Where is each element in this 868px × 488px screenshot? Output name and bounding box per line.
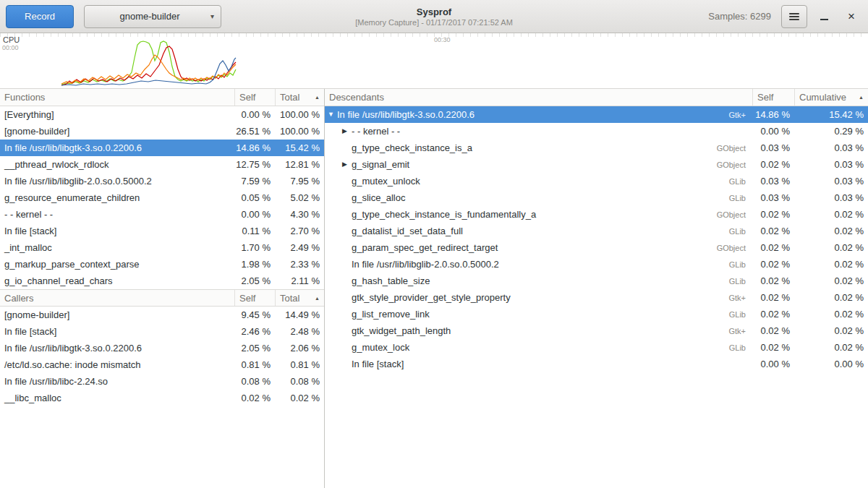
functions-self-column-header[interactable]: Self <box>234 89 275 106</box>
descendant-name-cell: ▼In file /usr/lib/libgtk-3.so.0.2200.6Gt… <box>325 106 752 123</box>
function-row[interactable]: _int_malloc1.70 %2.49 % <box>0 239 324 256</box>
function-row[interactable]: [gnome-builder]26.51 %100.00 % <box>0 123 324 140</box>
caller-row[interactable]: In file /usr/lib/libgtk-3.so.0.2200.62.0… <box>0 340 324 356</box>
descendant-name-cell: g_list_remove_linkGLib <box>325 309 752 320</box>
close-button[interactable]: × <box>841 6 862 27</box>
function-row[interactable]: g_resource_enumerate_children0.05 %5.02 … <box>0 189 324 206</box>
descendant-row[interactable]: g_mutex_unlockGLib0.03 %0.03 % <box>325 173 868 189</box>
descendant-name: g_slice_alloc <box>352 192 405 203</box>
functions-column-header[interactable]: Functions <box>0 89 234 106</box>
descendants-self-column-header[interactable]: Self <box>752 89 794 106</box>
caller-row[interactable]: /etc/ld.so.cache: inode mismatch0.81 %0.… <box>0 356 324 373</box>
cumulative-percent: 0.03 % <box>794 176 868 187</box>
descendant-name: g_type_check_instance_is_a <box>352 142 472 153</box>
functions-table: [Everything]0.00 %100.00 %[gnome-builder… <box>0 106 324 289</box>
close-icon: × <box>848 9 855 24</box>
callers-total-column-header[interactable]: Total ▲ <box>275 290 324 306</box>
descendant-row[interactable]: ▼In file /usr/lib/libgtk-3.so.0.2200.6Gt… <box>325 106 868 123</box>
function-name: In file [stack] <box>0 226 234 236</box>
cpu-graph-panel[interactable]: CPU 00:00 00:30 <box>0 33 868 89</box>
descendant-name-cell: In file [stack] <box>325 359 752 369</box>
descendants-cumulative-column-header[interactable]: Cumulative ▲ <box>794 89 868 106</box>
cumulative-percent: 0.02 % <box>794 292 868 303</box>
expand-arrow-icon[interactable]: ▶ <box>342 156 352 173</box>
library-badge: GLib <box>723 227 752 236</box>
self-percent: 0.02 % <box>752 209 794 220</box>
descendant-row[interactable]: gtk_widget_path_lengthGtk+0.02 %0.02 % <box>325 322 868 339</box>
callers-table: [gnome-builder]9.45 %14.49 %In file [sta… <box>0 307 324 406</box>
descendant-name: g_list_remove_link <box>352 309 430 320</box>
timeline-tick-mid: 00:30 <box>434 36 451 43</box>
self-percent: 0.02 % <box>752 292 794 303</box>
function-row[interactable]: g_io_channel_read_chars2.05 %2.11 % <box>0 273 324 289</box>
self-percent: 0.11 % <box>234 226 275 236</box>
descendant-row[interactable]: g_type_check_instance_is_aGObject0.03 %0… <box>325 140 868 156</box>
descendant-row[interactable]: ▶- - kernel - -0.00 %0.29 % <box>325 123 868 140</box>
functions-total-column-header[interactable]: Total ▲ <box>275 89 324 106</box>
library-badge: GLib <box>723 310 752 319</box>
self-percent: 7.59 % <box>234 176 275 187</box>
collapse-arrow-icon[interactable]: ▼ <box>328 106 337 123</box>
caller-row[interactable]: In file [stack]2.46 %2.48 % <box>0 323 324 340</box>
cumulative-percent: 0.02 % <box>794 309 868 320</box>
library-badge: Gtk+ <box>723 111 752 119</box>
function-row[interactable]: g_markup_parse_context_parse1.98 %2.33 % <box>0 256 324 273</box>
descendant-row[interactable]: gtk_style_provider_get_style_propertyGtk… <box>325 289 868 306</box>
total-percent: 2.70 % <box>275 226 324 236</box>
function-row[interactable]: __pthread_rwlock_rdlock12.75 %12.81 % <box>0 156 324 173</box>
function-name: [gnome-builder] <box>0 126 234 137</box>
descendant-row[interactable]: ▶g_signal_emitGObject0.02 %0.03 % <box>325 156 868 173</box>
sort-ascending-icon: ▲ <box>315 95 320 100</box>
cumulative-percent: 0.02 % <box>794 226 868 236</box>
function-name: In file /usr/lib/libglib-2.0.so.0.5000.2 <box>0 176 234 187</box>
function-row[interactable]: In file [stack]0.11 %2.70 % <box>0 223 324 239</box>
process-selector-dropdown[interactable]: gnome-builder ▾ <box>84 5 221 28</box>
descendants-column-header[interactable]: Descendants <box>325 89 752 106</box>
self-percent: 26.51 % <box>234 126 275 137</box>
cumulative-percent: 0.00 % <box>794 359 868 369</box>
expand-arrow-icon[interactable]: ▶ <box>342 123 352 140</box>
total-percent: 2.11 % <box>275 275 324 286</box>
caller-row[interactable]: [gnome-builder]9.45 %14.49 % <box>0 307 324 323</box>
self-percent: 0.00 % <box>234 209 275 220</box>
callers-self-column-header[interactable]: Self <box>234 290 275 306</box>
profile-panes: Functions Self Total ▲ [Everything]0.00 … <box>0 89 868 488</box>
descendant-row[interactable]: g_param_spec_get_redirect_targetGObject0… <box>325 239 868 256</box>
timeline-tick-start: 00:00 <box>2 44 19 51</box>
function-row[interactable]: - - kernel - -0.00 %4.30 % <box>0 206 324 223</box>
function-name: _int_malloc <box>0 242 234 253</box>
self-percent: 0.00 % <box>752 359 794 369</box>
function-row[interactable]: [Everything]0.00 %100.00 % <box>0 106 324 123</box>
minimize-button[interactable] <box>813 6 835 27</box>
function-name: g_resource_enumerate_children <box>0 192 234 203</box>
descendant-row[interactable]: g_datalist_id_set_data_fullGLib0.02 %0.0… <box>325 223 868 239</box>
total-percent: 100.00 % <box>275 126 324 137</box>
caller-row[interactable]: In file /usr/lib/libc-2.24.so0.08 %0.08 … <box>0 373 324 390</box>
function-row[interactable]: In file /usr/lib/libgtk-3.so.0.2200.614.… <box>0 140 324 156</box>
left-pane: Functions Self Total ▲ [Everything]0.00 … <box>0 89 325 488</box>
descendant-name-cell: g_type_check_instance_is_fundamentally_a… <box>325 209 752 220</box>
callers-column-header[interactable]: Callers <box>0 290 234 306</box>
menu-button[interactable] <box>781 5 807 28</box>
total-percent: 0.81 % <box>275 359 324 370</box>
descendant-name: g_signal_emit <box>352 159 409 170</box>
function-row[interactable]: In file /usr/lib/libglib-2.0.so.0.5000.2… <box>0 173 324 189</box>
descendant-row[interactable]: g_type_check_instance_is_fundamentally_a… <box>325 206 868 223</box>
total-percent: 0.02 % <box>275 393 324 403</box>
descendant-row[interactable]: g_mutex_lockGLib0.02 %0.02 % <box>325 339 868 356</box>
descendant-row[interactable]: In file /usr/lib/libglib-2.0.so.0.5000.2… <box>325 256 868 273</box>
descendant-name: g_type_check_instance_is_fundamentally_a <box>352 209 536 220</box>
descendant-name-cell: g_param_spec_get_redirect_targetGObject <box>325 242 752 253</box>
minimize-icon <box>820 19 828 20</box>
record-button[interactable]: Record <box>6 5 74 28</box>
descendant-row[interactable]: g_list_remove_linkGLib0.02 %0.02 % <box>325 306 868 322</box>
self-percent: 2.05 % <box>234 343 275 354</box>
self-percent: 0.02 % <box>752 325 794 336</box>
functions-header-row: Functions Self Total ▲ <box>0 89 324 106</box>
descendant-name-cell: g_mutex_unlockGLib <box>325 176 752 187</box>
function-name: [Everything] <box>0 109 234 120</box>
descendant-row[interactable]: g_slice_allocGLib0.03 %0.03 % <box>325 189 868 206</box>
caller-row[interactable]: __libc_malloc0.02 %0.02 % <box>0 390 324 406</box>
descendant-row[interactable]: g_hash_table_sizeGLib0.02 %0.02 % <box>325 273 868 289</box>
descendant-row[interactable]: In file [stack]0.00 %0.00 % <box>325 356 868 372</box>
